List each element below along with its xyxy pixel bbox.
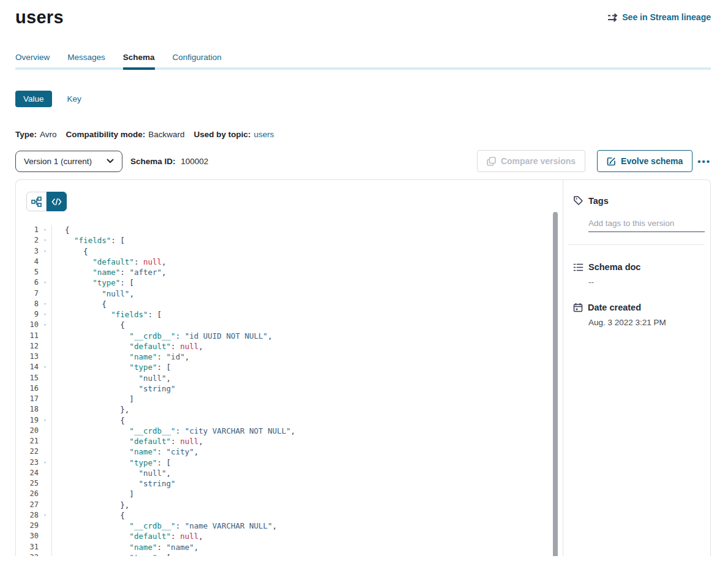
tags-heading: Tags xyxy=(588,196,609,206)
schema-id-value: 100002 xyxy=(181,157,208,166)
sidebar-divider xyxy=(568,244,704,245)
code-line: 9▾ "fields": [ xyxy=(16,309,563,320)
fold-spacer xyxy=(39,331,51,341)
line-number: 19 xyxy=(16,415,39,426)
fold-toggle-icon[interactable]: ▾ xyxy=(39,277,51,288)
fold-toggle-icon[interactable]: ▾ xyxy=(39,362,51,372)
line-number: 27 xyxy=(16,500,39,510)
schema-doc-section: Schema doc -- xyxy=(573,262,710,287)
tree-view-button[interactable] xyxy=(26,192,47,211)
vertical-scrollbar[interactable] xyxy=(553,212,558,556)
line-number: 5 xyxy=(16,267,39,277)
code-line: 3▾ { xyxy=(16,246,563,257)
code-text: "default": null, xyxy=(51,257,167,267)
code-text: "default": null, xyxy=(51,531,203,541)
compatibility-value: Backward xyxy=(148,130,184,139)
fold-spacer xyxy=(39,478,51,489)
line-number: 24 xyxy=(16,468,39,478)
code-text: }, xyxy=(51,500,129,510)
code-text: ] xyxy=(51,394,134,404)
code-text: "name": "name", xyxy=(51,542,198,552)
tab-configuration[interactable]: Configuration xyxy=(173,53,222,70)
more-menu-button[interactable]: ••• xyxy=(697,156,711,167)
code-line: 27 }, xyxy=(16,500,563,510)
code-text: "null", xyxy=(51,288,134,299)
key-toggle-button[interactable]: Key xyxy=(67,94,81,104)
line-number: 14 xyxy=(16,362,39,372)
fold-spacer xyxy=(39,500,51,510)
line-number: 28 xyxy=(16,510,39,521)
code-line: 13 "name": "id", xyxy=(16,352,563,362)
fold-toggle-icon[interactable]: ▾ xyxy=(39,457,51,468)
tab-schema[interactable]: Schema xyxy=(123,53,155,70)
code-line: 32▾ "type": [ xyxy=(16,552,563,556)
code-line: 22 "name": "city", xyxy=(16,446,563,457)
fold-toggle-icon[interactable]: ▾ xyxy=(39,246,51,257)
fold-toggle-icon[interactable]: ▾ xyxy=(39,235,51,246)
line-number: 16 xyxy=(16,383,39,394)
fold-toggle-icon[interactable]: ▾ xyxy=(39,552,51,556)
view-toggle-group xyxy=(26,192,67,211)
compare-versions-button[interactable]: Compare versions xyxy=(477,150,585,172)
date-created-section: Date created Aug. 3 2022 3:21 PM xyxy=(573,303,710,327)
evolve-schema-button[interactable]: Evolve schema xyxy=(597,150,692,172)
code-text: "__crdb__": "city VARCHAR NOT NULL", xyxy=(51,426,295,436)
tab-track xyxy=(15,67,711,70)
line-number: 29 xyxy=(16,521,39,531)
code-text: "__crdb__": "name VARCHAR NULL", xyxy=(51,521,277,531)
tab-bar: Overview Messages Schema Configuration xyxy=(15,53,711,70)
tab-overview[interactable]: Overview xyxy=(15,53,50,70)
code-text: "null", xyxy=(51,373,171,383)
tags-input[interactable] xyxy=(588,217,705,232)
metadata-sidebar: Tags Schema doc -- xyxy=(563,180,710,556)
value-toggle-button[interactable]: Value xyxy=(15,91,52,107)
code-line: 16 "string" xyxy=(16,383,563,394)
line-number: 18 xyxy=(16,404,39,415)
code-line: 10▾ { xyxy=(16,320,563,330)
fold-toggle-icon[interactable]: ▾ xyxy=(39,299,51,309)
date-created-value: Aug. 3 2022 3:21 PM xyxy=(588,318,710,327)
edit-icon xyxy=(607,157,616,166)
fold-spacer xyxy=(39,531,51,541)
fold-toggle-icon[interactable]: ▾ xyxy=(39,225,51,235)
code-line: 23▾ "type": [ xyxy=(16,457,563,468)
schema-doc-heading: Schema doc xyxy=(588,262,640,272)
schema-meta-row: Type: Avro Compatibility mode: Backward … xyxy=(15,130,728,139)
code-text: ] xyxy=(51,489,134,499)
code-text: "type": [ xyxy=(51,277,134,288)
fold-spacer xyxy=(39,436,51,446)
code-line: 18 }, xyxy=(16,404,563,415)
line-number: 20 xyxy=(16,426,39,436)
line-number: 2 xyxy=(16,235,39,246)
schema-doc-heading-row: Schema doc xyxy=(573,262,710,272)
fold-toggle-icon[interactable]: ▾ xyxy=(39,320,51,330)
fold-spacer xyxy=(39,489,51,499)
evolve-schema-label: Evolve schema xyxy=(621,156,683,166)
version-select[interactable]: Version 1 (current) xyxy=(15,151,122,172)
date-created-heading: Date created xyxy=(588,303,641,312)
fold-toggle-icon[interactable]: ▾ xyxy=(39,309,51,320)
line-number: 4 xyxy=(16,257,39,267)
code-text: { xyxy=(51,299,107,309)
line-number: 22 xyxy=(16,446,39,457)
tab-messages[interactable]: Messages xyxy=(67,53,105,70)
code-text: "name": "city", xyxy=(51,446,198,457)
code-view-button[interactable] xyxy=(47,192,67,211)
fold-toggle-icon[interactable]: ▾ xyxy=(39,510,51,521)
code-line: 25 "string" xyxy=(16,478,563,489)
code-text: "name": "id", xyxy=(51,352,189,362)
code-text: { xyxy=(51,320,125,330)
compatibility-label: Compatibility mode: xyxy=(66,130,146,139)
topic-link[interactable]: users xyxy=(254,130,274,139)
code-line: 4 "default": null, xyxy=(16,257,563,267)
stream-lineage-link[interactable]: See in Stream lineage xyxy=(607,12,711,22)
stream-lineage-icon xyxy=(607,13,618,22)
fold-spacer xyxy=(39,373,51,383)
line-number: 10 xyxy=(16,320,39,330)
type-value: Avro xyxy=(40,130,57,139)
schema-doc-value: -- xyxy=(588,277,710,287)
code-line: 7 "null", xyxy=(16,288,563,299)
fold-toggle-icon[interactable]: ▾ xyxy=(39,415,51,426)
code-editor: 1▾{2▾ "fields": [3▾ {4 "default": null,5… xyxy=(16,225,563,556)
code-text: "null", xyxy=(51,468,171,478)
